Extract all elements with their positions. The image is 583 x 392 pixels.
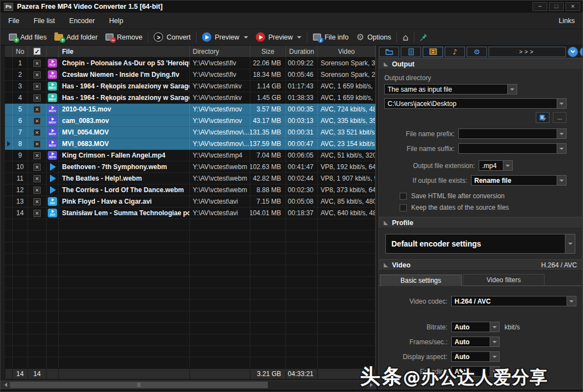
- edit-output-directory-button[interactable]: [536, 112, 550, 123]
- remove-button[interactable]: − Remove: [102, 32, 147, 43]
- browse-more-button[interactable]: ...: [553, 112, 567, 123]
- display-aspect-label: Display aspect:: [384, 353, 451, 361]
- menu-encoder[interactable]: Encoder: [69, 17, 95, 25]
- table-row[interactable]: 14×AVIStanisław Lem - Summa Technologiae…: [5, 208, 375, 219]
- row-checkbox[interactable]: ×: [28, 208, 47, 219]
- file-info-button[interactable]: i File info: [309, 32, 352, 43]
- dropdown-arrow-icon[interactable]: [557, 99, 566, 108]
- table-row[interactable]: 1×FLVChopin - Polonaise As-Dur op 53 'He…: [5, 58, 375, 69]
- save-html-checkbox[interactable]: [400, 193, 407, 200]
- tab-video-icon-button[interactable]: [423, 47, 443, 57]
- dropdown-arrow-icon[interactable]: [557, 176, 566, 185]
- file-type-badge-icon: FLV: [48, 59, 57, 68]
- video-group-header[interactable]: Video H.264 / AVC: [379, 259, 582, 271]
- preview-input-button[interactable]: Preview: [198, 31, 251, 43]
- preview-output-dropdown-icon[interactable]: [297, 36, 301, 38]
- row-checkbox[interactable]: ×: [28, 196, 47, 208]
- tab-other-icon-button[interactable]: ⚙: [467, 47, 487, 57]
- table-row[interactable]: 9×MP4King Crimson - Fallen Angel.mp4Y:\A…: [5, 150, 375, 161]
- collapse-all-button[interactable]: [568, 47, 578, 57]
- add-files-button[interactable]: + Add files: [5, 32, 51, 43]
- header-file[interactable]: File: [59, 46, 190, 58]
- dropdown-arrow-icon[interactable]: [490, 352, 499, 361]
- menu-links[interactable]: Links: [559, 17, 575, 25]
- dropdown-arrow-icon[interactable]: [490, 322, 499, 332]
- row-checkbox[interactable]: ×: [28, 127, 47, 138]
- table-row[interactable]: 2×FLVCzesław Niemen - Inside I'm Dying.f…: [5, 69, 375, 81]
- row-checkbox[interactable]: ×: [28, 150, 47, 161]
- display-aspect-select[interactable]: Auto: [451, 351, 500, 362]
- expand-all-button[interactable]: [580, 47, 583, 57]
- table-row[interactable]: 5×MOV2010-04-15.movY:\AV\vctest\mov3.57 …: [5, 104, 375, 115]
- output-file-extension-select[interactable]: .mp4: [479, 160, 513, 171]
- close-button[interactable]: ×: [565, 2, 580, 11]
- table-row[interactable]: 12×The Corries - Lord Of The Dance.webmY…: [5, 184, 375, 196]
- output-directory-path-combo[interactable]: C:\Users\jacek\Desktop: [384, 98, 567, 109]
- scroll-left-arrow[interactable]: [1, 381, 10, 389]
- keep-dates-checkbox[interactable]: [400, 204, 407, 211]
- fps-select[interactable]: Auto: [451, 337, 500, 347]
- table-row[interactable]: 3×MKVHas - 1964 - Rękopis znaleziony w S…: [5, 81, 375, 92]
- menu-file[interactable]: File: [8, 17, 19, 25]
- convert-button[interactable]: > Convert: [150, 31, 194, 43]
- preview-output-button[interactable]: Preview: [252, 31, 305, 43]
- menu-help[interactable]: Help: [109, 17, 124, 25]
- file-name-prefix-input[interactable]: [458, 128, 567, 139]
- header-size[interactable]: Size: [250, 46, 286, 58]
- maximize-button[interactable]: □: [549, 2, 564, 11]
- dropdown-arrow-icon[interactable]: [557, 144, 566, 153]
- row-checkbox[interactable]: ×: [28, 104, 47, 115]
- dropdown-arrow-icon[interactable]: [503, 161, 512, 170]
- panel-expander-button[interactable]: >>>: [489, 47, 566, 57]
- dropdown-arrow-icon[interactable]: [490, 337, 499, 346]
- row-checkbox[interactable]: ×: [28, 81, 47, 92]
- preview-input-dropdown-icon[interactable]: [244, 36, 248, 38]
- table-row[interactable]: 4×MKVHas - 1964 - Rękopis znaleziony w S…: [5, 92, 375, 104]
- header-directory[interactable]: Directory: [190, 46, 250, 58]
- video-codec-select[interactable]: H.264 / AVC: [451, 296, 576, 306]
- row-checkbox[interactable]: ×: [28, 184, 47, 196]
- menu-file-list[interactable]: File list: [33, 17, 55, 25]
- table-row[interactable]: 11×The Beatles - Help!.webmY:\AV\vctest\…: [5, 173, 375, 184]
- file-name-suffix-input[interactable]: [458, 143, 567, 154]
- horizontal-scrollbar-thumb[interactable]: [10, 382, 268, 388]
- header-no[interactable]: No: [13, 46, 28, 58]
- header-duration[interactable]: Duration: [286, 46, 318, 58]
- output-group-header[interactable]: Output: [379, 58, 582, 70]
- profile-group-header[interactable]: Profile: [379, 217, 582, 228]
- add-folder-button[interactable]: + Add folder: [51, 32, 102, 43]
- pin-button[interactable]: [416, 31, 432, 43]
- options-button[interactable]: ⚙ Options: [352, 31, 395, 43]
- row-checkbox[interactable]: ×: [28, 58, 47, 69]
- table-row[interactable]: 7×MOVMVI_0054.MOVY:\AV\vctest\mov\...131…: [5, 127, 375, 138]
- dropdown-arrow-icon[interactable]: [507, 85, 517, 94]
- profile-select[interactable]: Default encoder settings: [385, 234, 575, 254]
- bitrate-select[interactable]: Auto: [451, 322, 500, 332]
- row-checkbox[interactable]: ×: [28, 115, 47, 127]
- if-output-file-exists-select[interactable]: Rename file: [471, 175, 567, 186]
- tab-audio-icon-button[interactable]: ♪: [445, 47, 465, 57]
- dropdown-arrow-icon[interactable]: [565, 234, 575, 253]
- dropdown-arrow-icon[interactable]: [557, 129, 566, 138]
- table-row[interactable]: 8×MOVMVI_0683.MOVY:\AV\vctest\mov\...137…: [5, 138, 375, 150]
- row-checkbox[interactable]: ×: [28, 69, 47, 81]
- row-checkbox[interactable]: ×: [28, 161, 47, 173]
- table-row[interactable]: 13×AVIPink Floyd - Have a Cigar.aviY:\AV…: [5, 196, 375, 208]
- home-button[interactable]: ⌂: [399, 31, 412, 43]
- file-name: Has - 1964 - Rękopis znaleziony w Sarago…: [59, 92, 190, 104]
- table-row[interactable]: 10×Beethoven - 7th Symphony.webmY:\AV\vc…: [5, 161, 375, 173]
- header-video[interactable]: Video: [318, 46, 375, 58]
- tab-output-icon-button[interactable]: [379, 47, 399, 57]
- row-checkbox[interactable]: ×: [28, 92, 47, 104]
- tab-file-settings-icon-button[interactable]: [401, 47, 421, 57]
- header-select-all-checkbox[interactable]: ✓: [28, 46, 47, 58]
- tab-video-filters[interactable]: Video filters: [463, 274, 545, 285]
- minimize-button[interactable]: –: [532, 2, 547, 11]
- row-checkbox[interactable]: ×: [28, 138, 47, 150]
- tab-basic-settings[interactable]: Basic settings: [380, 275, 462, 286]
- row-checkbox[interactable]: ×: [28, 173, 47, 184]
- output-directory-mode-select[interactable]: The same as input file: [384, 84, 517, 94]
- table-row[interactable]: 6×MOVcam_0083.movY:\AV\vctest\mov43.17 M…: [5, 115, 375, 127]
- horizontal-scrollbar[interactable]: [1, 380, 376, 389]
- dropdown-arrow-icon[interactable]: [567, 296, 576, 306]
